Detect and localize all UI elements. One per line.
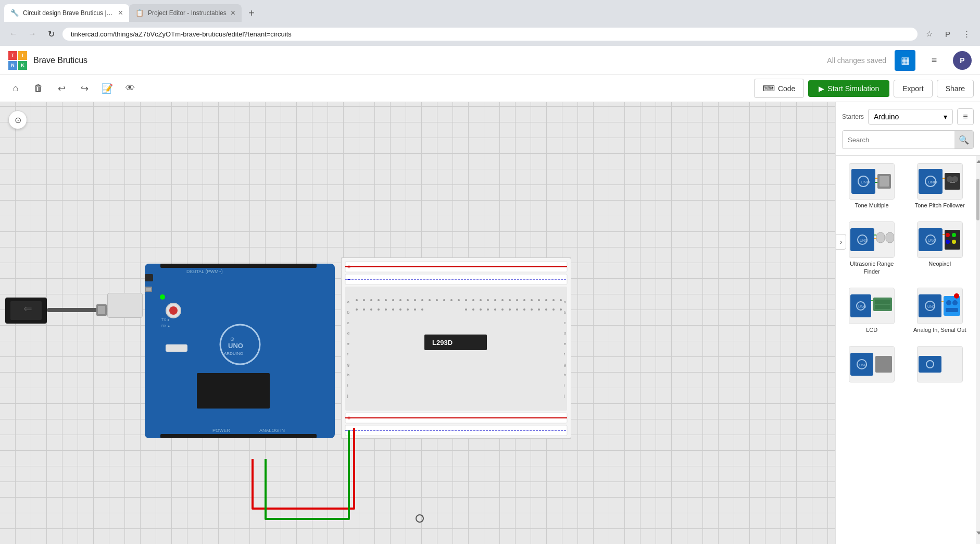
svg-text:ARDUINO: ARDUINO bbox=[224, 351, 243, 356]
svg-text:L293D: L293D bbox=[432, 339, 453, 347]
svg-rect-5 bbox=[98, 306, 105, 314]
panel-row-4: UNO bbox=[840, 343, 972, 386]
svg-point-68 bbox=[392, 299, 394, 301]
grid-view-button[interactable]: ▦ bbox=[895, 50, 915, 71]
svg-point-65 bbox=[370, 299, 372, 301]
svg-point-70 bbox=[407, 299, 409, 301]
svg-point-92 bbox=[356, 308, 358, 311]
svg-point-149 bbox=[952, 240, 956, 244]
code-icon: ⌨ bbox=[763, 83, 775, 93]
svg-text:d: d bbox=[564, 331, 566, 335]
url-input[interactable] bbox=[62, 28, 918, 41]
tab1-close[interactable]: × bbox=[118, 8, 123, 18]
home-button[interactable]: ⌂ bbox=[6, 79, 25, 98]
panel-row-2: UNO Ultrasonic Range Finder bbox=[840, 218, 972, 278]
reload-button[interactable]: ↻ bbox=[44, 27, 58, 41]
panel-item-neopixel[interactable]: UNO Neopixel bbox=[908, 218, 972, 278]
share-label: Share bbox=[946, 84, 965, 93]
svg-rect-157 bbox=[875, 305, 890, 309]
new-tab-button[interactable]: + bbox=[244, 5, 259, 21]
inspector-button[interactable]: 👁 bbox=[121, 79, 140, 98]
menu-button[interactable]: ⋮ bbox=[959, 27, 974, 41]
panel-items: UNO Tone Multiple bbox=[836, 156, 976, 544]
svg-point-80 bbox=[480, 299, 482, 301]
back-button[interactable]: ← bbox=[6, 27, 21, 41]
svg-rect-11 bbox=[146, 288, 151, 291]
bookmark-button[interactable]: ☆ bbox=[922, 27, 936, 41]
arduino-board[interactable]: ⊙ UNO ARDUINO TX ● RX ● DIGITAL (PWM~) A… bbox=[145, 264, 335, 438]
svg-point-69 bbox=[399, 299, 401, 301]
search-button[interactable]: 🔍 bbox=[954, 131, 973, 149]
svg-rect-137 bbox=[876, 232, 885, 243]
svg-text:h: h bbox=[347, 373, 349, 377]
panel-item-bottom1[interactable]: UNO bbox=[840, 343, 904, 386]
canvas-area[interactable]: ⊙ ⇐ bbox=[0, 102, 835, 544]
svg-point-98 bbox=[399, 308, 401, 311]
svg-point-99 bbox=[407, 308, 409, 311]
svg-text:UNO: UNO bbox=[860, 239, 868, 242]
panel-item-tone-pitch[interactable]: UNO Tone Pitch Follower bbox=[908, 160, 972, 212]
svg-text:DIGITAL (PWM~): DIGITAL (PWM~) bbox=[186, 269, 223, 274]
panel-scrollbar[interactable] bbox=[976, 156, 980, 544]
inactive-tab[interactable]: 📋 Project Editor - Instructables × bbox=[129, 4, 242, 22]
breadboard[interactable]: // We can't use script inside SVG in thi… bbox=[341, 257, 571, 439]
share-button[interactable]: Share bbox=[937, 80, 974, 97]
delete-button[interactable]: 🗑 bbox=[29, 79, 48, 98]
simulate-button[interactable]: ▶ Start Simulation bbox=[808, 80, 889, 97]
panel-item-lcd[interactable]: UNO LCD bbox=[840, 285, 904, 337]
svg-text:⊙: ⊙ bbox=[230, 336, 234, 342]
svg-rect-155 bbox=[873, 298, 892, 311]
svg-point-146 bbox=[946, 233, 950, 237]
svg-point-109 bbox=[516, 308, 518, 311]
search-input[interactable] bbox=[843, 132, 954, 147]
notes-button[interactable]: 📝 bbox=[98, 79, 117, 98]
undo-button[interactable]: ↩ bbox=[52, 79, 71, 98]
ultrasonic-img: UNO bbox=[849, 221, 895, 258]
tinkercad-logo: T I N K bbox=[8, 51, 27, 70]
profile-button[interactable]: P bbox=[940, 27, 955, 41]
redo-button[interactable]: ↪ bbox=[75, 79, 94, 98]
panel-item-tone-multiple[interactable]: UNO Tone Multiple bbox=[840, 160, 904, 212]
neopixel-label: Neopixel bbox=[928, 260, 951, 267]
panel-item-analog-serial[interactable]: UNO Analog In, Serial Out bbox=[908, 285, 972, 337]
svg-text:UNO: UNO bbox=[861, 180, 870, 184]
svg-text:TX ●: TX ● bbox=[161, 318, 169, 322]
panel-item-ultrasonic[interactable]: UNO Ultrasonic Range Finder bbox=[840, 218, 904, 278]
svg-point-67 bbox=[385, 299, 387, 301]
tab2-close[interactable]: × bbox=[231, 8, 235, 18]
app-header: T I N K Brave Bruticus All changes saved… bbox=[0, 46, 980, 75]
svg-point-15 bbox=[160, 294, 165, 300]
starters-dropdown[interactable]: Arduino ▾ bbox=[868, 109, 953, 125]
toolbar-right: ⌨ Code ▶ Start Simulation Export Share bbox=[754, 79, 974, 98]
svg-rect-7 bbox=[160, 264, 317, 268]
tone-multiple-img: UNO bbox=[849, 163, 895, 200]
svg-point-112 bbox=[538, 308, 540, 311]
panel-list-button[interactable]: ≡ bbox=[957, 108, 974, 125]
analog-serial-label: Analog In, Serial Out bbox=[913, 326, 966, 333]
logo-k: K bbox=[18, 61, 27, 70]
svg-text:f: f bbox=[564, 352, 565, 356]
svg-rect-175 bbox=[919, 356, 941, 373]
tab2-favicon: 📋 bbox=[135, 9, 144, 17]
forward-button[interactable]: → bbox=[25, 27, 40, 41]
bottom1-img: UNO bbox=[849, 346, 895, 382]
expand-arrow[interactable]: › bbox=[836, 234, 846, 250]
svg-point-94 bbox=[370, 308, 372, 311]
list-view-button[interactable]: ≡ bbox=[924, 50, 945, 71]
scrollbar-thumb[interactable] bbox=[976, 179, 979, 220]
app-title: Brave Bruticus bbox=[33, 56, 821, 65]
lcd-label: LCD bbox=[866, 326, 877, 333]
avatar[interactable]: P bbox=[953, 51, 972, 70]
export-button[interactable]: Export bbox=[894, 80, 932, 97]
panel-item-bottom2[interactable] bbox=[908, 343, 972, 386]
tone-multiple-label: Tone Multiple bbox=[855, 202, 889, 209]
svg-point-86 bbox=[523, 299, 525, 301]
toolbar: ⌂ 🗑 ↩ ↪ 📝 👁 ⌨ Code ▶ Start Simulation Ex… bbox=[0, 75, 980, 102]
svg-text:POWER: POWER bbox=[212, 428, 231, 433]
active-tab[interactable]: 🔧 Circuit design Brave Bruticus | Ti... … bbox=[4, 4, 129, 22]
panel-header: Starters Arduino ▾ ≡ 🔍 bbox=[836, 102, 980, 156]
code-button[interactable]: ⌨ Code bbox=[754, 79, 804, 98]
svg-rect-14 bbox=[166, 344, 187, 352]
svg-text:a: a bbox=[564, 300, 566, 304]
starters-row: Starters Arduino ▾ ≡ bbox=[842, 108, 974, 125]
